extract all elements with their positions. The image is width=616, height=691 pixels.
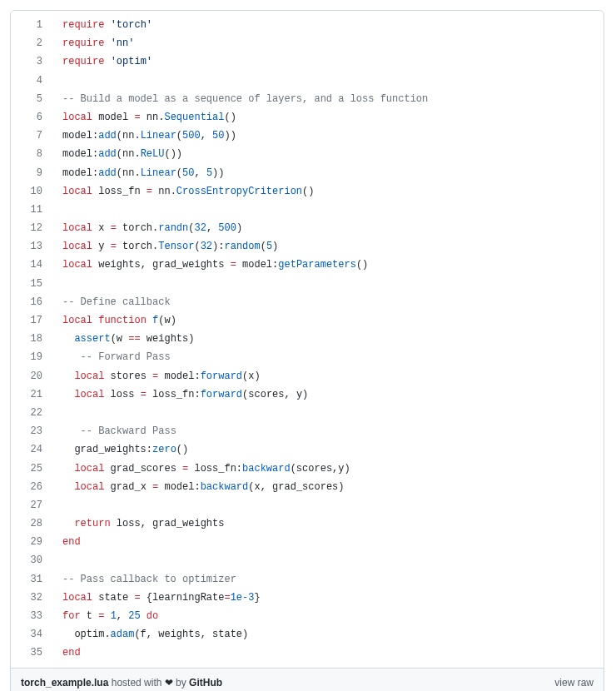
code-line: local state = {learningRate=1e-3} [51, 589, 604, 607]
line-number: 3 [11, 52, 51, 71]
code-line: local weights, grad_weights = model:getP… [51, 256, 604, 274]
code-line: local loss_fn = nn.CrossEntropyCriterion… [51, 182, 604, 201]
code-row: 33for t = 1, 25 do [11, 607, 604, 625]
code-line: local y = torch.Tensor(32):random(5) [51, 237, 604, 256]
line-number: 30 [11, 551, 51, 569]
line-number: 21 [11, 385, 51, 404]
code-line: end [51, 533, 604, 551]
code-line [51, 72, 604, 90]
code-line: local function f(w) [51, 311, 604, 330]
code-row: 6local model = nn.Sequential() [11, 108, 604, 127]
code-row: 3require 'optim' [11, 52, 604, 71]
line-number: 20 [11, 367, 51, 385]
line-number: 31 [11, 570, 51, 589]
line-number: 34 [11, 625, 51, 644]
code-row: 15 [11, 275, 604, 293]
code-line [51, 404, 604, 422]
code-line [51, 496, 604, 515]
line-number: 6 [11, 108, 51, 127]
line-number: 4 [11, 72, 51, 90]
code-line: assert(w == weights) [51, 330, 604, 348]
code-row: 29end [11, 533, 604, 551]
code-line: local stores = model:forward(x) [51, 367, 604, 385]
code-row: 24 grad_weights:zero() [11, 440, 604, 459]
code-row: 28 return loss, grad_weights [11, 515, 604, 533]
code-row: 34 optim.adam(f, weights, state) [11, 625, 604, 644]
code-line: local loss = loss_fn:forward(scores, y) [51, 385, 604, 404]
line-number: 10 [11, 182, 51, 201]
line-number: 23 [11, 422, 51, 440]
code-row: 35end [11, 644, 604, 667]
line-number: 14 [11, 256, 51, 274]
footer-middle-a: hosted with [108, 677, 164, 689]
heart-icon: ❤ [165, 677, 173, 689]
code-row: 19 -- Forward Pass [11, 348, 604, 366]
code-row: 31-- Pass callback to optimizer [11, 570, 604, 589]
view-raw-link[interactable]: view raw [554, 677, 594, 689]
code-line: local grad_x = model:backward(x, grad_sc… [51, 478, 604, 496]
line-number: 11 [11, 201, 51, 219]
footer-middle-b: by [173, 677, 189, 689]
code-line [51, 275, 604, 293]
line-number: 35 [11, 644, 51, 667]
line-number: 16 [11, 293, 51, 311]
line-number: 5 [11, 90, 51, 108]
line-number: 9 [11, 164, 51, 182]
line-number: 32 [11, 589, 51, 607]
code-row: 27 [11, 496, 604, 515]
code-line: return loss, grad_weights [51, 515, 604, 533]
code-row: 1require 'torch' [11, 11, 604, 34]
code-line: model:add(nn.Linear(500, 50)) [51, 127, 604, 145]
code-line: -- Define callback [51, 293, 604, 311]
code-row: 8model:add(nn.ReLU()) [11, 145, 604, 163]
code-line: -- Backward Pass [51, 422, 604, 440]
line-number: 25 [11, 460, 51, 478]
code-line: require 'torch' [51, 11, 604, 34]
code-line: local model = nn.Sequential() [51, 108, 604, 127]
line-number: 12 [11, 219, 51, 237]
code-row: 4 [11, 72, 604, 90]
line-number: 26 [11, 478, 51, 496]
code-line: optim.adam(f, weights, state) [51, 625, 604, 644]
code-row: 16-- Define callback [11, 293, 604, 311]
line-number: 19 [11, 348, 51, 366]
github-link[interactable]: GitHub [189, 677, 222, 689]
line-number: 27 [11, 496, 51, 515]
line-number: 15 [11, 275, 51, 293]
line-number: 2 [11, 34, 51, 52]
gist-container: 1require 'torch'2require 'nn'3require 'o… [10, 10, 604, 691]
line-number: 24 [11, 440, 51, 459]
gist-footer: torch_example.lua hosted with ❤ by GitHu… [11, 668, 604, 691]
line-number: 8 [11, 145, 51, 163]
code-row: 5-- Build a model as a sequence of layer… [11, 90, 604, 108]
footer-left: torch_example.lua hosted with ❤ by GitHu… [21, 677, 222, 689]
code-line: require 'nn' [51, 34, 604, 52]
line-number: 1 [11, 11, 51, 34]
code-line: local x = torch.randn(32, 500) [51, 219, 604, 237]
line-number: 7 [11, 127, 51, 145]
code-line [51, 551, 604, 569]
line-number: 13 [11, 237, 51, 256]
code-row: 32local state = {learningRate=1e-3} [11, 589, 604, 607]
filename-link[interactable]: torch_example.lua [21, 677, 108, 689]
code-row: 30 [11, 551, 604, 569]
code-row: 21 local loss = loss_fn:forward(scores, … [11, 385, 604, 404]
code-line: grad_weights:zero() [51, 440, 604, 459]
code-row: 20 local stores = model:forward(x) [11, 367, 604, 385]
line-number: 22 [11, 404, 51, 422]
code-line: -- Pass callback to optimizer [51, 570, 604, 589]
code-line: local grad_scores = loss_fn:backward(sco… [51, 460, 604, 478]
code-row: 9model:add(nn.Linear(50, 5)) [11, 164, 604, 182]
line-number: 18 [11, 330, 51, 348]
line-number: 29 [11, 533, 51, 551]
line-number: 17 [11, 311, 51, 330]
code-row: 10local loss_fn = nn.CrossEntropyCriteri… [11, 182, 604, 201]
line-number: 28 [11, 515, 51, 533]
code-row: 23 -- Backward Pass [11, 422, 604, 440]
code-row: 18 assert(w == weights) [11, 330, 604, 348]
code-line: -- Forward Pass [51, 348, 604, 366]
code-line: require 'optim' [51, 52, 604, 71]
code-line: for t = 1, 25 do [51, 607, 604, 625]
code-line: end [51, 644, 604, 667]
code-row: 26 local grad_x = model:backward(x, grad… [11, 478, 604, 496]
